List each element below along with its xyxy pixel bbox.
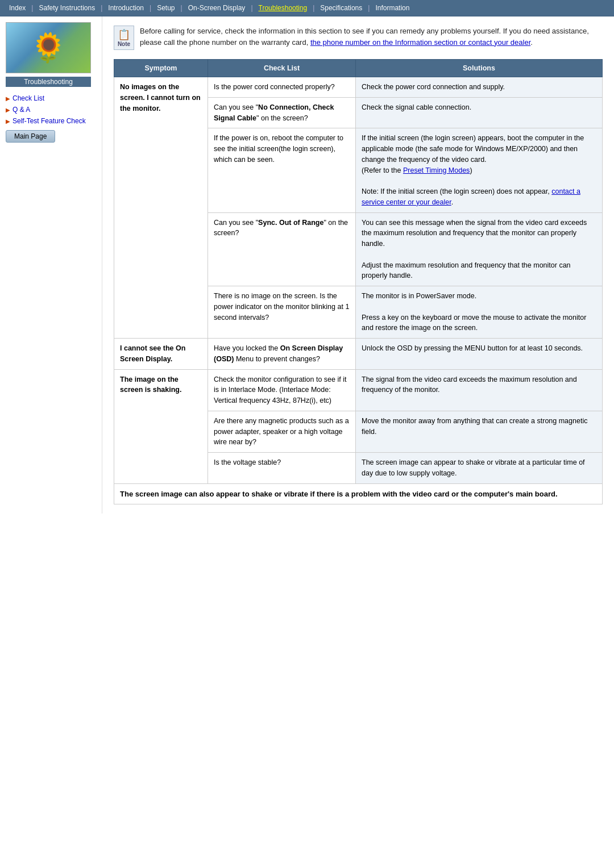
- table-header-row: Symptom Check List Solutions: [114, 60, 603, 77]
- note-label: Note: [118, 41, 130, 47]
- check-2-1: Have you locked the On Screen Display (O…: [208, 339, 356, 370]
- solution-1-1: Check the power cord connection and supp…: [356, 77, 603, 98]
- troubleshoot-table: Symptom Check List Solutions No images o…: [114, 59, 603, 504]
- arrow-icon: ▶: [6, 107, 10, 113]
- check-3-1: Check the monitor configuration to see i…: [208, 369, 356, 411]
- check-1-4: Can you see "Sync. Out of Range" on the …: [208, 212, 356, 286]
- main-content: 📋 Note Before calling for service, check…: [102, 16, 614, 514]
- note-text-after: .: [530, 38, 533, 47]
- qa-link[interactable]: Q & A: [13, 106, 30, 114]
- solution-3-1: The signal from the video card exceeds t…: [356, 369, 603, 411]
- col-solutions: Solutions: [356, 60, 603, 77]
- top-navigation: Index | Safety Instructions | Introducti…: [0, 0, 614, 16]
- solution-1-2: Check the signal cable connection.: [356, 97, 603, 128]
- table-footer-row: The screen image can also appear to shak…: [114, 483, 603, 504]
- solution-1-5: The monitor is in PowerSaver mode. Press…: [356, 286, 603, 339]
- symptom-1: No images on the screen. I cannot turn o…: [114, 77, 208, 339]
- nav-item-setup[interactable]: Setup: [152, 2, 179, 14]
- nav-item-information[interactable]: Information: [371, 2, 414, 14]
- check-3-3: Is the voltage stable?: [208, 453, 356, 484]
- nav-item-osd[interactable]: On-Screen Display: [184, 2, 250, 14]
- flower-icon: 🌻: [31, 31, 66, 64]
- symptom-2: I cannot see the On Screen Display.: [114, 339, 208, 370]
- arrow-icon: ▶: [6, 118, 10, 124]
- sidebar-item-qa[interactable]: ▶ Q & A: [6, 106, 30, 114]
- nav-item-safety[interactable]: Safety Instructions: [34, 2, 99, 14]
- sidebar-item-self-test[interactable]: ▶ Self-Test Feature Check: [6, 117, 86, 125]
- nav-item-specifications[interactable]: Specifications: [316, 2, 367, 14]
- sidebar-section-label: Troubleshooting: [6, 77, 91, 87]
- preset-timing-link[interactable]: Preset Timing Modes: [403, 166, 470, 174]
- contact-service-link[interactable]: contact a service center or your dealer: [362, 187, 580, 206]
- check-3-2: Are there any magnetic products such as …: [208, 411, 356, 452]
- sidebar-item-checklist[interactable]: ▶ Check List: [6, 94, 44, 102]
- solution-1-4: You can see this message when the signal…: [356, 212, 603, 286]
- solution-1-3: If the initial screen (the login screen)…: [356, 128, 603, 212]
- table-row: The image on the screen is shaking. Chec…: [114, 369, 603, 411]
- col-symptom: Symptom: [114, 60, 208, 77]
- note-text: Before calling for service, check the in…: [140, 26, 603, 48]
- check-1-2: Can you see "No Connection, Check Signal…: [208, 97, 356, 128]
- solution-2-1: Unlock the OSD by pressing the MENU butt…: [356, 339, 603, 370]
- self-test-link[interactable]: Self-Test Feature Check: [13, 117, 86, 125]
- note-link[interactable]: the phone number on the Information sect…: [310, 38, 530, 47]
- symptom-3: The image on the screen is shaking.: [114, 369, 208, 483]
- solution-3-2: Move the monitor away from anything that…: [356, 411, 603, 452]
- nav-item-troubleshooting[interactable]: Troubleshooting: [254, 2, 312, 14]
- checklist-link[interactable]: Check List: [13, 94, 44, 102]
- note-icon: 📋 Note: [114, 26, 134, 50]
- note-box: 📋 Note Before calling for service, check…: [114, 26, 603, 50]
- table-row: I cannot see the On Screen Display. Have…: [114, 339, 603, 370]
- main-wrapper: 🌻 Troubleshooting ▶ Check List ▶ Q & A ▶…: [0, 16, 614, 514]
- solution-3-3: The screen image can appear to shake or …: [356, 453, 603, 484]
- footer-note: The screen image can also appear to shak…: [114, 483, 603, 504]
- nav-item-index[interactable]: Index: [5, 2, 30, 14]
- nav-item-introduction[interactable]: Introduction: [103, 2, 148, 14]
- col-checklist: Check List: [208, 60, 356, 77]
- logo-image: 🌻: [6, 22, 91, 73]
- check-1-3: If the power is on, reboot the computer …: [208, 128, 356, 212]
- check-1-1: Is the power cord connected properly?: [208, 77, 356, 98]
- main-page-button[interactable]: Main Page: [6, 130, 55, 143]
- table-row: No images on the screen. I cannot turn o…: [114, 77, 603, 98]
- arrow-icon: ▶: [6, 95, 10, 102]
- sidebar: 🌻 Troubleshooting ▶ Check List ▶ Q & A ▶…: [0, 16, 102, 514]
- check-1-5: There is no image on the screen. Is the …: [208, 286, 356, 339]
